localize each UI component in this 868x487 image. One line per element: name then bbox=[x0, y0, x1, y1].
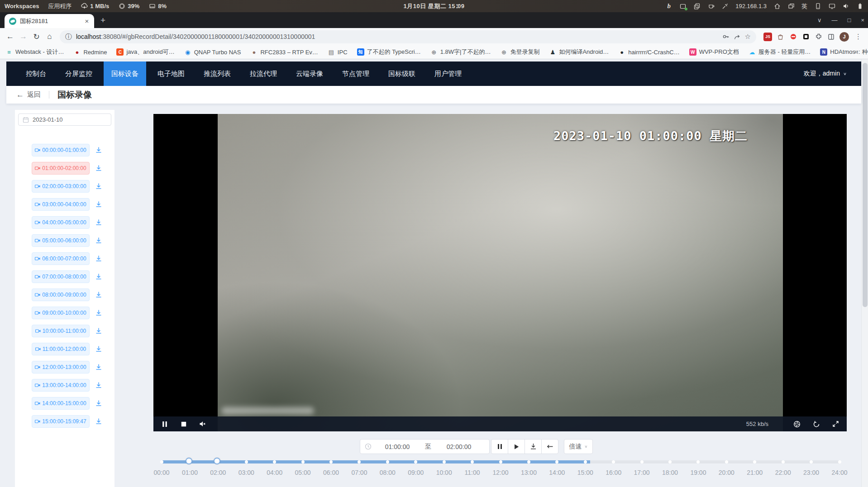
battery-tray-icon[interactable] bbox=[856, 3, 863, 10]
snapshot-shutter-icon[interactable] bbox=[793, 420, 801, 428]
bookmark-item[interactable]: C java、android可… bbox=[116, 48, 174, 56]
network-speed-indicator[interactable]: 1 MB/s bbox=[81, 3, 109, 10]
segment-download-button[interactable] bbox=[94, 254, 104, 264]
segment-download-button[interactable] bbox=[94, 236, 104, 246]
segment-play-button[interactable]: 08:00:00-09:00:00 bbox=[32, 288, 90, 301]
segment-download-button[interactable] bbox=[94, 163, 104, 173]
tab-close-icon[interactable]: × bbox=[83, 17, 91, 25]
browser-menu-icon[interactable]: ⋮ bbox=[853, 33, 863, 41]
nav-menu-item[interactable]: 国标设备 bbox=[104, 61, 146, 86]
segment-play-button[interactable]: 06:00:00-07:00:00 bbox=[32, 252, 90, 265]
windows-stack-tray-icon[interactable] bbox=[787, 3, 795, 10]
reload-button[interactable]: ↻ bbox=[31, 31, 42, 43]
blocker-extension-icon[interactable] bbox=[789, 33, 797, 41]
nav-menu-item[interactable]: 云端录像 bbox=[288, 61, 331, 86]
segment-download-button[interactable] bbox=[94, 272, 104, 282]
fullscreen-icon[interactable] bbox=[832, 420, 839, 428]
playback-speed-dropdown[interactable]: 倍速 ∨ bbox=[564, 439, 593, 454]
segment-play-button[interactable]: 09:00:00-10:00:00 bbox=[32, 307, 90, 319]
home-button[interactable]: ⌂ bbox=[44, 31, 55, 43]
segment-download-button[interactable] bbox=[94, 217, 104, 227]
timeline-recorded-track[interactable] bbox=[162, 460, 590, 463]
bag-extension-icon[interactable] bbox=[776, 33, 785, 41]
bookmark-item[interactable]: ◉ QNAP Turbo NAS bbox=[184, 48, 241, 56]
nav-menu-item[interactable]: 分屏监控 bbox=[57, 61, 100, 86]
nav-menu-item[interactable]: 国标级联 bbox=[381, 61, 423, 86]
caffeine-tray-icon[interactable] bbox=[707, 3, 715, 10]
segment-download-button[interactable] bbox=[94, 308, 104, 318]
bookmark-item[interactable]: W WVP-PRO文档 bbox=[689, 48, 739, 56]
segment-play-button[interactable]: 00:00:00-01:00:00 bbox=[32, 144, 90, 156]
segment-download-button[interactable] bbox=[94, 362, 104, 372]
segment-play-button[interactable]: 04:00:00-05:00:00 bbox=[32, 216, 90, 229]
screenshot-app-icon[interactable] bbox=[679, 3, 687, 10]
forward-button[interactable]: → bbox=[18, 31, 29, 43]
back-link[interactable]: ← 返回 bbox=[16, 90, 41, 99]
display-tray-icon[interactable] bbox=[828, 3, 835, 10]
player-stop-icon[interactable] bbox=[180, 420, 187, 428]
segment-play-button[interactable]: 07:00:00-08:00:00 bbox=[32, 270, 90, 283]
player-mute-icon[interactable] bbox=[199, 420, 206, 428]
applications-menu[interactable]: 应用程序 bbox=[48, 2, 72, 10]
bookmark-item[interactable]: ⊕ 免登录复制 bbox=[500, 48, 539, 56]
segment-download-button[interactable] bbox=[94, 380, 104, 390]
video-player[interactable]: 2023-01-10 01:00:00 星期二 552 kb/s bbox=[153, 114, 847, 431]
user-menu[interactable]: 欢迎，admin ∨ bbox=[804, 70, 847, 78]
segment-download-button[interactable] bbox=[94, 145, 104, 155]
share-icon[interactable] bbox=[734, 33, 741, 40]
js-extension-icon[interactable]: JS bbox=[763, 33, 772, 41]
bookmark-item[interactable]: 知 了不起的 TypeScri… bbox=[357, 48, 421, 56]
nav-menu-item[interactable]: 节点管理 bbox=[334, 61, 377, 86]
bookmark-star-icon[interactable]: ☆ bbox=[745, 33, 751, 41]
segment-play-button[interactable]: 10:00:00-11:00:00 bbox=[32, 325, 90, 337]
profile-avatar[interactable]: J bbox=[839, 32, 849, 42]
segment-play-button[interactable]: 15:00:00-15:09:47 bbox=[32, 415, 90, 428]
phone-link-tray-icon[interactable] bbox=[814, 3, 821, 10]
input-method-indicator[interactable]: 英 bbox=[801, 2, 807, 10]
copy-tray-icon[interactable] bbox=[693, 3, 701, 10]
segment-play-button[interactable]: 11:00:00-12:00:00 bbox=[32, 343, 90, 355]
new-tab-button[interactable]: + bbox=[100, 16, 105, 24]
address-bar[interactable]: ⓘ localhost:38080/#/gbRecordDetail/34020… bbox=[60, 30, 756, 43]
dark-reader-extension-icon[interactable] bbox=[801, 33, 810, 41]
bookmark-item[interactable]: ♟ 如何编译Android… bbox=[549, 48, 609, 56]
memory-usage-indicator[interactable]: 8% bbox=[148, 3, 167, 10]
date-picker-input[interactable]: 2023-01-10 bbox=[18, 113, 111, 126]
extensions-puzzle-icon[interactable] bbox=[814, 33, 823, 41]
player-refresh-icon[interactable] bbox=[812, 420, 820, 428]
ip-address-indicator[interactable]: 192.168.1.3 bbox=[735, 3, 767, 9]
bookmarks-overflow-chevron[interactable]: » bbox=[854, 47, 861, 55]
segment-play-button[interactable]: 12:00:00-13:00:00 bbox=[32, 361, 90, 374]
segment-play-button[interactable]: 02:00:00-03:00:00 bbox=[32, 180, 90, 193]
clock[interactable]: 1月10日 星期二 15∶09 bbox=[404, 2, 465, 10]
segment-play-button[interactable]: 01:00:00-02:00:00 bbox=[32, 162, 90, 175]
bing-tray-icon[interactable]: b bbox=[665, 3, 672, 10]
page-info-icon[interactable]: ⓘ bbox=[65, 33, 72, 41]
segment-download-button[interactable] bbox=[94, 416, 104, 426]
tab-manager-extension-icon[interactable] bbox=[827, 33, 835, 41]
segment-play-button[interactable]: 05:00:00-06:00:00 bbox=[32, 234, 90, 247]
segment-play-button[interactable]: 14:00:00-15:00:00 bbox=[32, 397, 90, 410]
bookmark-item[interactable]: ☁ 服务器 - 轻量应用… bbox=[749, 48, 811, 56]
window-minimize-button[interactable]: — bbox=[832, 17, 838, 24]
bookmark-item[interactable]: ▤ IPC bbox=[328, 48, 348, 56]
window-close-button[interactable]: × bbox=[861, 17, 864, 24]
bookmark-item[interactable]: ● hairrrrr/C-CrashC… bbox=[618, 48, 679, 56]
timeline-handle[interactable] bbox=[186, 458, 192, 464]
segment-download-button[interactable] bbox=[94, 326, 104, 336]
bookmark-item[interactable]: ● Redmine bbox=[73, 48, 107, 56]
segment-download-button[interactable] bbox=[94, 199, 104, 209]
nav-menu-item[interactable]: 用户管理 bbox=[427, 61, 469, 86]
bookmark-item[interactable]: ≡ Webstack - 设计… bbox=[5, 48, 64, 56]
seek-back-button[interactable] bbox=[541, 439, 558, 454]
back-button[interactable]: ← bbox=[5, 31, 16, 43]
segment-download-button[interactable] bbox=[94, 344, 104, 354]
nav-menu-item[interactable]: 电子地图 bbox=[150, 61, 192, 86]
bookmark-item[interactable]: ⊕ 1.8W字|了不起的… bbox=[430, 48, 491, 56]
segment-download-button[interactable] bbox=[94, 398, 104, 408]
time-range-input[interactable]: 01:00:00 至 02:00:00 bbox=[360, 439, 490, 454]
nav-menu-item[interactable]: 拉流代理 bbox=[242, 61, 285, 86]
range-end-time[interactable]: 02:00:00 bbox=[433, 443, 485, 450]
bookmark-item[interactable]: ● RFC2833 – RTP Ev… bbox=[250, 48, 318, 56]
segment-download-button[interactable] bbox=[94, 290, 104, 300]
